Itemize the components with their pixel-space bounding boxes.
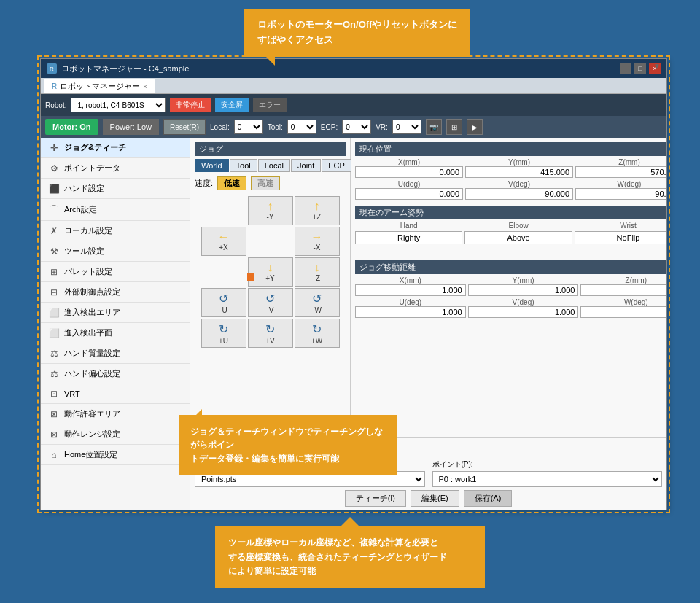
sidebar-item-hand-settings[interactable]: ⬛ ハンド設定 [41, 179, 190, 199]
jog-section: ジョグ World Tool Local Joint ECP 速度: 低速 高速 [190, 138, 666, 437]
jog-minus-v-button[interactable]: ↺ -V [248, 288, 293, 317]
current-position-section: 現在位置 X(mm) Y(mm) [355, 142, 666, 203]
reset-button[interactable]: Reset(R) [163, 119, 206, 135]
teach-button[interactable]: ティーチ(I) [345, 490, 406, 507]
camera-icon-button[interactable]: 📷 [426, 119, 442, 135]
ecp-select[interactable]: 0 [342, 120, 371, 134]
current-pos-title: 現在位置 [355, 142, 666, 156]
dist-z-value[interactable] [580, 284, 666, 296]
callout-bottom: ツール座標やローカル座標など、複雑な計算を必要と する座標変換も、統合されたティ… [215, 526, 485, 588]
arm-elbow-value: Above [464, 231, 572, 244]
jog-empty-3 [201, 257, 246, 287]
sidebar-item-arch[interactable]: ⌒ Arch設定 [41, 199, 190, 221]
entry-detect-area-icon: ⬜ [48, 308, 60, 318]
jog-empty-2 [248, 227, 293, 256]
dist-v-value[interactable] [468, 306, 579, 318]
sidebar-item-home-pos[interactable]: ⌂ Home位置設定 [41, 445, 190, 465]
jog-plus-v-button[interactable]: ↻ +V [248, 319, 293, 348]
jog-tab-tool[interactable]: Tool [230, 159, 257, 172]
minimize-button[interactable]: － [620, 63, 631, 74]
jog-controls: ジョグ World Tool Local Joint ECP 速度: 低速 高速 [190, 138, 351, 437]
jog-minus-x-button[interactable]: → -X [295, 227, 340, 256]
sidebar-item-hand-weight[interactable]: ⚖ ハンド質量設定 [41, 343, 190, 364]
error-button[interactable]: エラー [253, 98, 287, 112]
dist-u-value[interactable] [355, 306, 466, 318]
power-low-button[interactable]: Power: Low [103, 119, 159, 135]
sidebar-item-tool[interactable]: ⚒ ツール設定 [41, 241, 190, 262]
pos-z-value[interactable] [575, 166, 666, 178]
sidebar-item-vrt[interactable]: ⊡ VRT [41, 384, 190, 404]
sidebar-item-point-data[interactable]: ⚙ ポイントデータ [41, 158, 190, 179]
jog-minus-y-up-button[interactable]: ↑ -Y [248, 196, 293, 225]
dist-x-value[interactable] [355, 284, 466, 296]
dist-cell-u: U(deg) [355, 298, 466, 318]
jog-tab-world[interactable]: World [195, 159, 229, 172]
edit-button[interactable]: 編集(E) [411, 490, 459, 507]
pos-u-value[interactable] [355, 188, 463, 200]
callout-mid-arrow [195, 409, 202, 416]
safety-screen-button[interactable]: 安全屏 [215, 98, 249, 112]
pos-x-value[interactable] [355, 166, 463, 178]
sidebar-item-hand-eccentric[interactable]: ⚖ ハンド偏心設定 [41, 364, 190, 384]
monitor-icon-button[interactable]: ▶ [467, 119, 483, 135]
dist-cell-v: V(deg) [468, 298, 579, 318]
jog-minus-z-button[interactable]: ↓ -Z [295, 257, 340, 287]
tab-close-icon[interactable]: × [143, 83, 147, 90]
pos-w-value[interactable] [575, 188, 666, 200]
jog-tab-joint[interactable]: Joint [291, 159, 321, 172]
save-button[interactable]: 保存(A) [464, 490, 513, 507]
dist-cell-y: Y(mm) [468, 276, 579, 296]
grid-icon-button[interactable]: ⊞ [446, 119, 462, 135]
pos-content: X(mm) Y(mm) Z(mm) [355, 158, 666, 203]
tab-robot-manager[interactable]: R ロボットマネージャー × [44, 79, 155, 93]
sidebar-item-external-ctrl[interactable]: ⊟ 外部制御点設定 [41, 282, 190, 303]
maximize-button[interactable]: □ [634, 63, 646, 74]
window-title: ロボットマネージャー - C4_sample [61, 63, 620, 74]
jog-plus-u-button[interactable]: ↻ +U [201, 319, 246, 348]
vr-select[interactable]: 0 [392, 120, 421, 134]
arm-content: Hand Righty Elbow Above Wrist [355, 222, 666, 257]
jog-tab-ecp[interactable]: ECP [322, 159, 351, 172]
sidebar-item-pallet[interactable]: ⊞ パレット設定 [41, 262, 190, 282]
local-label: Local: [210, 123, 230, 131]
jog-plus-w-button[interactable]: ↻ +W [295, 319, 340, 348]
motor-on-button[interactable]: Motor: On [45, 119, 98, 135]
hand-eccentric-icon: ⚖ [48, 369, 60, 379]
jog-plus-x-button[interactable]: ← +X [201, 227, 246, 256]
jog-dist-content: X(mm) Y(mm) Z(mm) [355, 276, 666, 324]
vrt-icon: ⊡ [48, 389, 60, 399]
jog-plus-z-button[interactable]: ↑ +Z [295, 196, 340, 225]
high-speed-button[interactable]: 高速 [251, 176, 280, 190]
sidebar-item-motion-range[interactable]: ⊠ 動作レンジ設定 [41, 424, 190, 445]
pos-v-value[interactable] [465, 188, 573, 200]
pos-y-value[interactable] [465, 166, 573, 178]
arm-grid-area: Hand Righty Elbow Above Wrist [355, 222, 666, 257]
emergency-stop-button[interactable]: 非常停止 [170, 98, 211, 112]
pos-cell-z: Z(mm) [575, 158, 666, 178]
dist-y-value[interactable] [468, 284, 579, 296]
low-speed-button[interactable]: 低速 [217, 176, 246, 190]
jog-minus-w-button[interactable]: ↺ -W [295, 288, 340, 317]
point-select[interactable]: P0 : work1 [432, 471, 663, 487]
sidebar-item-motion-area[interactable]: ⊠ 動作許容エリア [41, 404, 190, 424]
pos-cell-x: X(mm) [355, 158, 463, 178]
jog-minus-u-button[interactable]: ↺ -U [201, 288, 246, 317]
jog-tab-local[interactable]: Local [258, 159, 290, 172]
sidebar-item-jog-teach[interactable]: ✛ ジョグ&ティーチ [41, 138, 190, 158]
arm-grid: Hand Righty Elbow Above Wrist [355, 222, 666, 244]
jog-distance-title: ジョグ移動距離 [355, 260, 666, 274]
motion-range-icon: ⊠ [48, 429, 60, 440]
jog-plus-y-button[interactable]: ↓ +Y [248, 257, 293, 287]
sidebar-item-local[interactable]: ✗ ローカル設定 [41, 221, 190, 241]
sidebar-item-entry-detect-plane[interactable]: ⬜ 進入検出平面 [41, 323, 190, 343]
jog-title: ジョグ [195, 142, 346, 156]
tool-select[interactable]: 0 [287, 120, 316, 134]
robot-select[interactable]: 1, robot1, C4-B601S [71, 98, 166, 112]
local-icon: ✗ [48, 226, 60, 236]
entry-detect-plane-icon: ⬜ [48, 328, 60, 338]
dist-w-value[interactable] [580, 306, 666, 318]
speed-row: 速度: 低速 高速 [195, 176, 346, 190]
external-ctrl-icon: ⊟ [48, 287, 60, 297]
local-select[interactable]: 0 [234, 120, 263, 134]
sidebar-item-entry-detect-area[interactable]: ⬜ 進入検出エリア [41, 303, 190, 323]
